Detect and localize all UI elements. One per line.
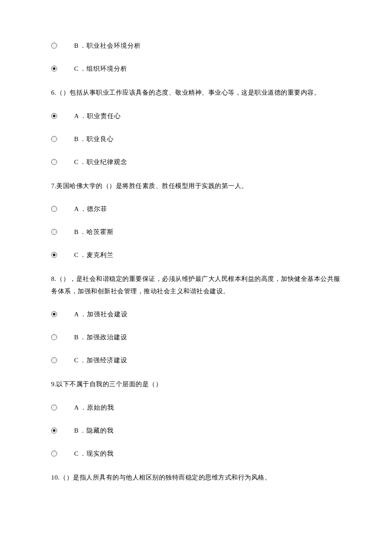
option-text: B．哈茨霍斯 <box>74 227 114 237</box>
option-letter: C <box>74 251 79 258</box>
option-text: A．原始的我 <box>74 402 114 413</box>
option-text: B．职业社会环境分析 <box>74 40 141 51</box>
radio-wrap <box>51 428 74 434</box>
question-number: 7. <box>51 182 56 189</box>
radio-icon[interactable] <box>51 136 57 142</box>
document-page: B．职业社会环境分析 C．组织环境分析 6.（）包括从事职业工作应该具备的态度、… <box>0 0 392 555</box>
option-label: 麦克利兰 <box>86 251 114 258</box>
question-stem: （），是社会和谐稳定的重要保证，必须从维护最广大人民根本利益的高度，加快健全基本… <box>51 275 340 295</box>
radio-wrap <box>51 405 74 410</box>
q9-option-c: C．现实的我 <box>51 448 345 459</box>
option-label: 隐藏的我 <box>86 427 114 434</box>
option-label: 加强经济建设 <box>86 357 127 364</box>
radio-icon[interactable] <box>51 229 57 235</box>
question-stem: （）包括从事职业工作应该具备的态度、敬业精神、事业心等，这是职业道德的重要内容。 <box>56 89 320 96</box>
option-text: C．现实的我 <box>74 448 114 459</box>
question-number: 6. <box>51 89 56 96</box>
option-text: A．职业责任心 <box>74 111 121 121</box>
radio-wrap <box>51 252 74 258</box>
q5-option-c: C．组织环境分析 <box>51 64 345 74</box>
question-6: 6.（）包括从事职业工作应该具备的态度、敬业精神、事业心等，这是职业道德的重要内… <box>51 87 345 99</box>
option-letter: B <box>74 334 79 341</box>
option-letter: A <box>74 311 79 318</box>
option-label: 加强政治建设 <box>86 334 127 341</box>
question-number: 9. <box>51 381 56 387</box>
option-letter: B <box>74 228 79 235</box>
q5-option-b: B．职业社会环境分析 <box>51 40 345 51</box>
q7-option-a: A．德尔菲 <box>51 204 345 214</box>
q6-option-b: B．职业良心 <box>51 134 345 144</box>
q8-option-b: B．加强政治建设 <box>51 332 345 342</box>
radio-wrap <box>51 357 74 363</box>
q9-option-a: A．原始的我 <box>51 402 345 413</box>
option-letter: A <box>74 205 79 212</box>
option-label: 职业社会环境分析 <box>86 42 141 49</box>
question-number: 10. <box>51 474 60 481</box>
radio-wrap <box>51 206 74 212</box>
option-letter: B <box>74 427 79 434</box>
option-letter: B <box>74 136 79 142</box>
option-letter: A <box>74 404 79 411</box>
radio-wrap <box>51 136 74 142</box>
q8-option-a: A．加强社会建设 <box>51 309 345 319</box>
option-text: B．加强政治建设 <box>74 332 127 342</box>
option-label: 职业责任心 <box>87 113 121 119</box>
q6-option-c: C．职业纪律观念 <box>51 157 345 167</box>
question-9: 9.以下不属于自我的三个层面的是（） <box>51 378 345 390</box>
radio-wrap <box>51 66 74 72</box>
option-text: C．麦克利兰 <box>74 250 114 260</box>
q6-option-a: A．职业责任心 <box>51 111 345 121</box>
option-letter: C <box>74 159 79 165</box>
radio-icon[interactable] <box>51 311 57 317</box>
question-8: 8.（），是社会和谐稳定的重要保证，必须从维护最广大人民根本利益的高度，加快健全… <box>51 273 345 297</box>
radio-wrap <box>51 159 74 165</box>
radio-wrap <box>51 451 74 457</box>
radio-icon[interactable] <box>51 206 57 212</box>
q7-option-b: B．哈茨霍斯 <box>51 227 345 237</box>
option-label: 组织环境分析 <box>86 65 127 72</box>
option-label: 哈茨霍斯 <box>86 228 114 235</box>
option-text: B．隐藏的我 <box>74 425 114 436</box>
radio-wrap <box>51 229 74 235</box>
option-label: 加强社会建设 <box>87 311 128 318</box>
question-stem: （）是指人所具有的与他人相区别的独特而稳定的思维方式和行为风格。 <box>60 474 271 481</box>
radio-wrap <box>51 43 74 49</box>
radio-icon[interactable] <box>51 334 57 340</box>
question-stem: 以下不属于自我的三个层面的是（） <box>56 381 162 387</box>
radio-icon[interactable] <box>51 405 57 410</box>
option-letter: B <box>74 42 79 49</box>
option-letter: A <box>74 113 79 119</box>
q7-option-c: C．麦克利兰 <box>51 250 345 260</box>
question-stem: 美国哈佛大学的（）是将胜任素质、胜任模型用于实践的第一人。 <box>56 182 248 189</box>
radio-icon[interactable] <box>51 428 57 434</box>
radio-icon[interactable] <box>51 451 57 457</box>
question-7: 7.美国哈佛大学的（）是将胜任素质、胜任模型用于实践的第一人。 <box>51 180 345 192</box>
option-label: 现实的我 <box>86 450 114 457</box>
q9-option-b: B．隐藏的我 <box>51 425 345 436</box>
option-text: C．组织环境分析 <box>74 64 127 74</box>
option-label: 职业良心 <box>86 136 114 142</box>
option-text: A．加强社会建设 <box>74 309 128 319</box>
option-letter: C <box>74 450 79 457</box>
radio-icon[interactable] <box>51 66 57 72</box>
radio-icon[interactable] <box>51 43 57 49</box>
option-text: A．德尔菲 <box>74 204 107 214</box>
q8-option-c: C．加强经济建设 <box>51 355 345 365</box>
option-text: B．职业良心 <box>74 134 114 144</box>
option-label: 职业纪律观念 <box>86 159 127 165</box>
option-text: C．加强经济建设 <box>74 355 127 365</box>
question-10: 10.（）是指人所具有的与他人相区别的独特而稳定的思维方式和行为风格。 <box>51 471 345 484</box>
radio-wrap <box>51 311 74 317</box>
option-label: 原始的我 <box>87 404 114 411</box>
radio-icon[interactable] <box>51 252 57 258</box>
option-label: 德尔菲 <box>87 205 107 212</box>
radio-wrap <box>51 113 74 119</box>
option-letter: C <box>74 65 79 72</box>
option-text: C．职业纪律观念 <box>74 157 127 167</box>
question-number: 8. <box>51 275 56 282</box>
radio-icon[interactable] <box>51 113 57 119</box>
option-letter: C <box>74 357 79 364</box>
radio-icon[interactable] <box>51 357 57 363</box>
radio-icon[interactable] <box>51 159 57 165</box>
radio-wrap <box>51 334 74 340</box>
